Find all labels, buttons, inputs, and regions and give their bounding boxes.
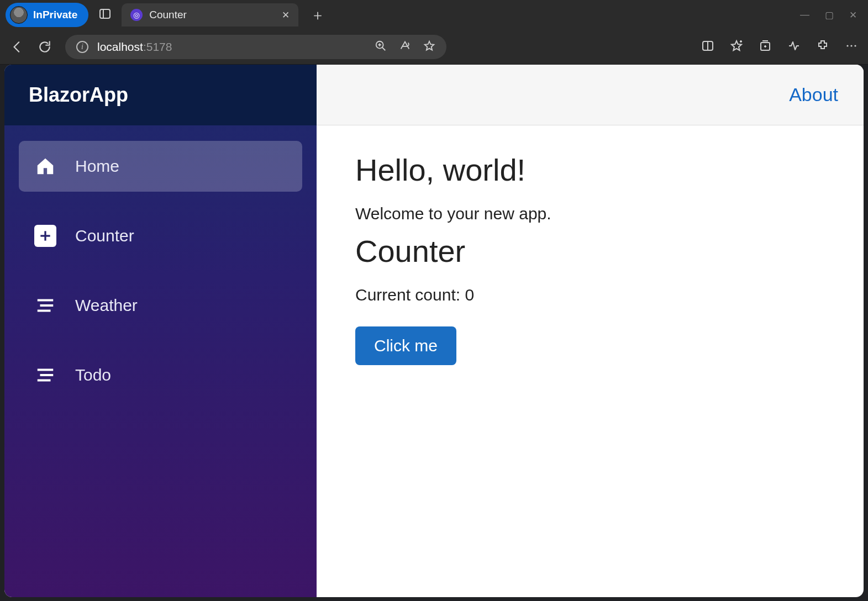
sidebar-item-label: Todo [75,366,111,384]
svg-rect-0 [100,9,110,18]
svg-point-17 [854,45,856,46]
brand-bar: BlazorApp [4,65,317,125]
sidebar-item-todo[interactable]: Todo [19,350,302,400]
top-bar: About [317,65,864,125]
sidebar-item-label: Home [75,157,119,176]
page-viewport: BlazorApp Home Counter Weather [4,65,864,597]
tab-title: Counter [149,9,187,21]
back-icon[interactable] [10,40,24,54]
window-minimize-icon[interactable]: — [800,9,809,21]
sidebar: BlazorApp Home Counter Weather [4,65,317,597]
svg-line-3 [382,47,386,50]
collections-icon[interactable] [759,39,772,55]
svg-point-16 [850,45,852,46]
counter-heading: Counter [355,233,825,269]
page-content: Hello, world! Welcome to your new app. C… [317,125,864,392]
read-aloud-icon[interactable] [399,40,411,55]
sidebar-item-home[interactable]: Home [19,141,302,192]
tab-favicon-icon: ◎ [130,9,143,21]
split-screen-icon[interactable] [701,39,714,55]
window-maximize-icon[interactable]: ▢ [825,9,834,21]
zoom-icon[interactable] [375,40,387,55]
url-text: localhost:5178 [97,40,172,54]
refresh-icon[interactable] [38,40,52,54]
sidebar-item-weather[interactable]: Weather [19,280,302,331]
new-tab-button[interactable]: ＋ [304,6,332,25]
sidebar-item-counter[interactable]: Counter [19,210,302,261]
address-bar[interactable]: i localhost:5178 [65,35,446,59]
favorite-star-icon[interactable] [423,40,435,55]
main-area: About Hello, world! Welcome to your new … [317,65,864,597]
url-port: :5178 [143,40,172,53]
browser-toolbar: i localhost:5178 [0,30,868,64]
avatar-icon [10,6,28,24]
performance-icon[interactable] [787,39,801,55]
count-label: Current count: 0 [355,286,825,304]
browser-chrome: InPrivate ◎ Counter ✕ ＋ — ▢ ✕ i localhos… [0,0,868,65]
sidebar-item-label: Counter [75,226,134,245]
toolbar-right-icons [701,39,858,55]
svg-point-15 [846,45,848,46]
browser-titlebar: InPrivate ◎ Counter ✕ ＋ — ▢ ✕ [0,0,868,30]
inprivate-badge[interactable]: InPrivate [6,3,88,27]
extensions-icon[interactable] [816,39,829,55]
tab-close-icon[interactable]: ✕ [282,9,290,21]
nav-menu: Home Counter Weather Todo [4,125,317,416]
vertical-tabs-icon[interactable] [94,3,116,27]
app-brand: BlazorApp [29,83,292,107]
menu-icon[interactable] [845,39,858,55]
plus-icon [34,225,56,247]
sidebar-item-label: Weather [75,296,138,315]
welcome-text: Welcome to your new app. [355,204,825,223]
site-info-icon[interactable]: i [76,41,88,53]
favorites-icon[interactable] [730,39,743,55]
home-icon [34,155,56,177]
about-link[interactable]: About [789,84,838,106]
list-icon [34,294,56,317]
inprivate-label: InPrivate [33,9,77,21]
list-icon [34,364,56,386]
hello-heading: Hello, world! [355,152,825,188]
click-me-button[interactable]: Click me [355,326,456,365]
window-controls: — ▢ ✕ [800,9,862,21]
browser-tab[interactable]: ◎ Counter ✕ [122,3,298,27]
window-close-icon[interactable]: ✕ [849,9,857,21]
url-host: localhost [97,40,143,53]
